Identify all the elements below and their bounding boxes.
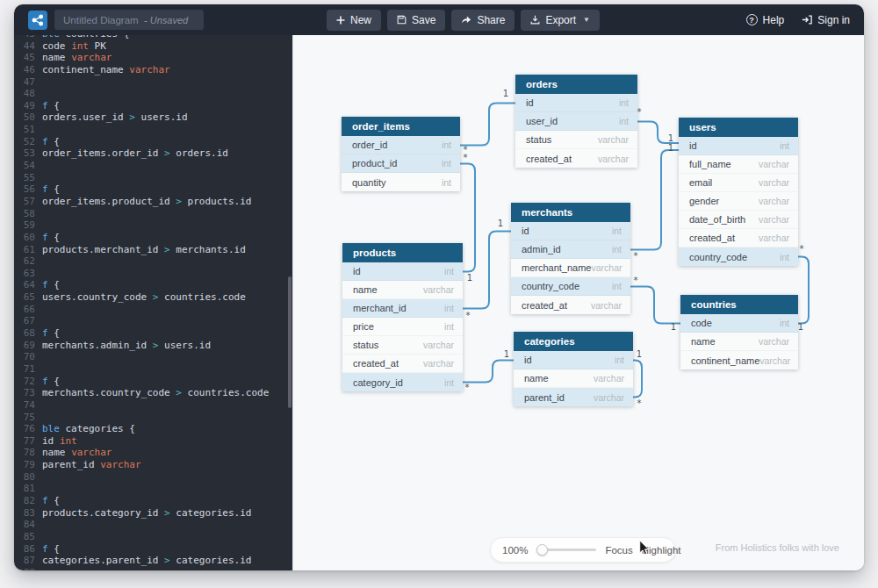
code-line[interactable]: 74 (14, 399, 292, 412)
code-line[interactable]: 48 (14, 88, 292, 100)
table-header-countries[interactable]: countries (680, 295, 798, 314)
code-line[interactable]: 68f { (14, 327, 292, 340)
table-users[interactable]: usersidintfull_namevarcharemailvarcharge… (679, 118, 798, 266)
code-line[interactable]: 79parent_id varchar (14, 459, 292, 471)
table-countries[interactable]: countriescodeintnamevarcharcontinent_nam… (680, 295, 798, 369)
field-row-products-id[interactable]: idint (342, 262, 463, 281)
relation-products.category_id-to-categories.id[interactable] (463, 361, 514, 383)
zoom-slider-knob[interactable] (536, 544, 548, 556)
table-header-merchants[interactable]: merchants (511, 203, 630, 222)
code-line[interactable]: 54 (14, 160, 292, 172)
table-categories[interactable]: categoriesidintnamevarcharparent_idvarch… (514, 332, 633, 406)
relation-merchants.admin_id-to-users.id[interactable] (630, 150, 679, 250)
field-row-users-gender[interactable]: gendervarchar (679, 192, 798, 211)
zoom-slider[interactable] (536, 544, 596, 556)
field-row-categories-parent_id[interactable]: parent_idvarchar (514, 388, 633, 406)
code-line[interactable]: 61products.merchant_id > merchants.id (14, 244, 292, 256)
help-button[interactable]: ? Help (746, 14, 785, 26)
table-header-order_items[interactable]: order_items (342, 117, 460, 136)
field-row-orders-created_at[interactable]: created_atvarchar (515, 149, 637, 168)
code-line[interactable]: 53order_items.order_id > orders.id (14, 147, 292, 160)
code-line[interactable]: 60f { (14, 232, 292, 244)
export-button[interactable]: Export ▼ (521, 10, 600, 31)
code-line[interactable]: 45name varchar (14, 52, 292, 64)
code-editor[interactable]: 43ble countries {44code int PK45name var… (14, 35, 292, 570)
field-row-orders-id[interactable]: idint (515, 94, 637, 112)
new-button[interactable]: New (327, 10, 381, 31)
editor-scrollbar[interactable] (288, 276, 291, 408)
code-line[interactable]: 59 (14, 219, 292, 232)
code-line[interactable]: 65users.country_code > countries.code (14, 291, 292, 304)
relation-users.country_code-to-countries.code[interactable] (798, 257, 809, 324)
relation-categories.parent_id-to-categories.id[interactable] (633, 361, 642, 398)
focus-button[interactable]: Focus (605, 545, 632, 556)
code-line[interactable]: 66 (14, 304, 292, 316)
code-line[interactable]: 46continent_name varchar (14, 64, 292, 76)
table-header-users[interactable]: users (679, 118, 798, 137)
code-line[interactable]: 55 (14, 172, 292, 184)
code-line[interactable]: 56f { (14, 183, 292, 196)
code-line[interactable]: 87categories.parent_id > categories.id (14, 555, 292, 567)
field-row-products-merchant_id[interactable]: merchant_idint (342, 299, 463, 318)
field-row-order_items-quantity[interactable]: quantityint (342, 173, 460, 191)
code-line[interactable]: 62 (14, 255, 292, 268)
code-line[interactable]: 86f { (14, 543, 292, 556)
save-button[interactable]: Save (387, 10, 445, 31)
code-line[interactable]: 80 (14, 471, 292, 484)
field-row-users-full_name[interactable]: full_namevarchar (679, 155, 798, 174)
table-header-orders[interactable]: orders (515, 75, 637, 94)
field-row-merchants-admin_id[interactable]: admin_idint (511, 240, 630, 259)
code-line[interactable]: 75 (14, 412, 292, 424)
table-header-products[interactable]: products (342, 243, 463, 262)
field-row-orders-status[interactable]: statusvarchar (515, 131, 637, 149)
code-line[interactable]: 70 (14, 351, 292, 363)
code-line[interactable]: 78name varchar (14, 447, 292, 459)
code-line[interactable]: 71 (14, 363, 292, 376)
field-row-products-category_id[interactable]: category_idint (342, 373, 463, 391)
field-row-products-price[interactable]: priceint (342, 318, 463, 336)
diagram-title-input[interactable] (63, 15, 144, 25)
code-line[interactable]: 58 (14, 208, 292, 220)
field-row-orders-user_id[interactable]: user_idint (515, 112, 637, 131)
code-line[interactable]: 50orders.user_id > users.id (14, 111, 292, 124)
field-row-order_items-order_id[interactable]: order_idint (342, 136, 460, 154)
field-row-users-date_of_birth[interactable]: date_of_birthvarchar (679, 211, 798, 229)
field-row-countries-name[interactable]: namevarchar (680, 333, 798, 351)
field-row-merchants-merchant_name[interactable]: merchant_namevarchar (511, 259, 630, 277)
code-line[interactable]: 82f { (14, 495, 292, 507)
field-row-users-country_code[interactable]: country_codeint (679, 247, 798, 266)
table-header-categories[interactable]: categories (514, 332, 633, 351)
table-products[interactable]: productsidintnamevarcharmerchant_idintpr… (342, 243, 463, 391)
code-line[interactable]: 52f { (14, 136, 292, 148)
field-row-categories-id[interactable]: idint (514, 351, 633, 369)
field-row-users-id[interactable]: idint (679, 137, 798, 155)
code-line[interactable]: 76ble categories { (14, 423, 292, 435)
code-line[interactable]: 44code int PK (14, 40, 292, 53)
app-logo[interactable] (28, 11, 47, 30)
code-line[interactable]: 73merchants.country_code > countries.cod… (14, 387, 292, 399)
code-line[interactable]: 47 (14, 76, 292, 89)
field-row-merchants-country_code[interactable]: country_codeint (511, 277, 630, 296)
field-row-products-status[interactable]: statusvarchar (342, 336, 463, 355)
field-row-countries-continent_name[interactable]: continent_namevarchar (680, 351, 798, 369)
code-line[interactable]: 51 (14, 124, 292, 136)
diagram-title-box[interactable]: - Unsaved (54, 10, 204, 30)
relation-products.merchant_id-to-merchants.id[interactable] (463, 232, 511, 309)
code-line[interactable]: 72f { (14, 376, 292, 388)
table-merchants[interactable]: merchantsidintadmin_idintmerchant_nameva… (511, 203, 630, 314)
field-row-products-name[interactable]: namevarchar (342, 281, 463, 299)
field-row-countries-code[interactable]: codeint (680, 314, 798, 333)
code-line[interactable]: 83products.category_id > categories.id (14, 507, 292, 520)
code-line[interactable]: 64f { (14, 279, 292, 291)
signin-button[interactable]: Sign in (802, 14, 850, 26)
table-order_items[interactable]: order_itemsorder_idintproduct_idintquant… (342, 117, 460, 191)
field-row-users-created_at[interactable]: created_atvarchar (679, 229, 798, 247)
code-line[interactable]: 69merchants.admin_id > users.id (14, 340, 292, 352)
code-line[interactable]: 77id int (14, 435, 292, 448)
relation-order_items.order_id-to-orders.id[interactable] (460, 104, 515, 146)
table-orders[interactable]: ordersidintuser_idintstatusvarcharcreate… (515, 75, 637, 168)
field-row-categories-name[interactable]: namevarchar (514, 369, 633, 388)
code-content[interactable]: 43ble countries {44code int PK45name var… (14, 35, 292, 570)
code-line[interactable]: 57order_items.product_id > products.id (14, 196, 292, 208)
code-line[interactable]: 63 (14, 268, 292, 280)
